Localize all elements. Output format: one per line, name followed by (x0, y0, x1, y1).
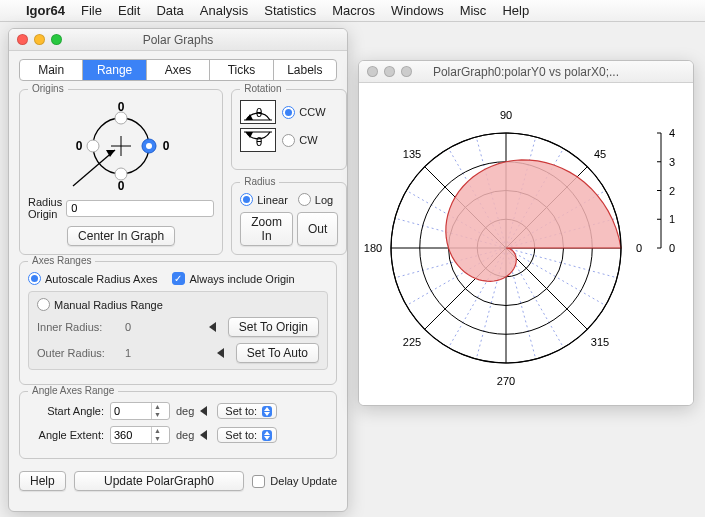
set-to-origin-button[interactable]: Set To Origin (228, 317, 319, 337)
radius-linear-radio[interactable]: Linear (240, 193, 288, 206)
svg-text:2: 2 (669, 185, 675, 197)
svg-text:0: 0 (118, 179, 125, 192)
help-button[interactable]: Help (19, 471, 66, 491)
origins-group: Origins 0 0 0 0 (19, 89, 223, 255)
svg-text:180: 180 (364, 242, 382, 254)
menu-help[interactable]: Help (502, 3, 529, 18)
svg-text:θ: θ (256, 106, 263, 120)
radius-group: Radius Linear Log Zoom In Out (231, 182, 347, 255)
panel-titlebar[interactable]: Polar Graphs (9, 29, 347, 51)
angle-extent-label: Angle Extent: (28, 429, 104, 441)
angle-axes-range-label: Angle Axes Range (28, 385, 118, 396)
minimize-icon[interactable] (384, 66, 395, 77)
cw-icon: θ (240, 128, 276, 152)
delay-update-check[interactable]: Delay Update (252, 475, 337, 488)
angle-extent-unit-popup-icon[interactable] (200, 430, 207, 440)
svg-text:4: 4 (669, 127, 675, 139)
autoscale-radio[interactable]: Autoscale Radius Axes (28, 272, 158, 285)
svg-text:225: 225 (403, 336, 421, 348)
menu-statistics[interactable]: Statistics (264, 3, 316, 18)
rotation-ccw-radio[interactable]: CCW (282, 106, 325, 119)
menu-windows[interactable]: Windows (391, 3, 444, 18)
menubar: Igor64 File Edit Data Analysis Statistic… (0, 0, 705, 22)
ccw-icon: θ (240, 100, 276, 124)
axes-ranges-label: Axes Ranges (28, 255, 95, 266)
zoom-icon[interactable] (401, 66, 412, 77)
tab-range[interactable]: Range (83, 60, 146, 80)
zoom-out-button[interactable]: Out (297, 212, 338, 246)
polar-plot[interactable]: 0459013518022527031501234 (361, 93, 687, 403)
svg-text:0: 0 (669, 242, 675, 254)
svg-text:3: 3 (669, 156, 675, 168)
stepper-up-icon[interactable]: ▲ (152, 427, 163, 435)
set-to-auto-button[interactable]: Set To Auto (236, 343, 319, 363)
start-angle-unit-popup-icon[interactable] (200, 406, 207, 416)
svg-point-9 (146, 143, 152, 149)
panel-tabs: Main Range Axes Ticks Labels (19, 59, 337, 81)
radius-log-radio[interactable]: Log (298, 193, 333, 206)
center-in-graph-button[interactable]: Center In Graph (67, 226, 175, 246)
stepper-down-icon[interactable]: ▼ (152, 411, 163, 419)
svg-line-47 (506, 248, 587, 329)
svg-text:270: 270 (497, 375, 515, 387)
angle-extent-unit: deg (176, 429, 194, 441)
stepper-up-icon[interactable]: ▲ (152, 403, 163, 411)
svg-text:315: 315 (591, 336, 609, 348)
stepper-down-icon[interactable]: ▼ (152, 435, 163, 443)
menu-file[interactable]: File (81, 3, 102, 18)
outer-radius-popup-icon[interactable] (217, 348, 224, 358)
svg-text:θ: θ (256, 135, 263, 149)
rotation-cw-radio[interactable]: CW (282, 134, 317, 147)
svg-text:0: 0 (76, 139, 83, 153)
angle-axes-range-group: Angle Axes Range Start Angle: ▲▼ deg Set… (19, 391, 337, 459)
menu-edit[interactable]: Edit (118, 3, 140, 18)
tab-axes[interactable]: Axes (147, 60, 210, 80)
svg-text:0: 0 (163, 139, 170, 153)
close-icon[interactable] (367, 66, 378, 77)
inner-radius-popup-icon[interactable] (209, 322, 216, 332)
tab-labels[interactable]: Labels (274, 60, 336, 80)
angle-extent-input[interactable]: ▲▼ (110, 426, 170, 444)
start-angle-unit: deg (176, 405, 194, 417)
start-angle-setto-popup[interactable]: Set to: (217, 403, 277, 419)
always-include-origin-check[interactable]: ✓Always include Origin (172, 272, 295, 285)
rotation-group: Rotation θ CCW θ CW (231, 89, 347, 170)
zoom-icon[interactable] (51, 34, 62, 45)
svg-text:0: 0 (118, 100, 125, 114)
start-angle-input[interactable]: ▲▼ (110, 402, 170, 420)
tab-main[interactable]: Main (20, 60, 83, 80)
inner-radius-value: 0 (125, 321, 145, 333)
origins-diagram[interactable]: 0 0 0 0 (51, 100, 191, 192)
menu-macros[interactable]: Macros (332, 3, 375, 18)
menu-misc[interactable]: Misc (460, 3, 487, 18)
svg-text:90: 90 (500, 109, 512, 121)
graph-titlebar[interactable]: PolarGraph0:polarY0 vs polarX0;... (359, 61, 693, 83)
manual-radius-subgroup: Manual Radius Range Inner Radius: 0 Set … (28, 291, 328, 370)
svg-text:45: 45 (594, 148, 606, 160)
rotation-label: Rotation (240, 83, 285, 94)
svg-text:0: 0 (636, 242, 642, 254)
polar-graph-window: PolarGraph0:polarY0 vs polarX0;... 04590… (358, 60, 694, 406)
start-angle-label: Start Angle: (28, 405, 104, 417)
axes-ranges-group: Axes Ranges Autoscale Radius Axes ✓Alway… (19, 261, 337, 385)
inner-radius-label: Inner Radius: (37, 321, 117, 333)
menu-data[interactable]: Data (156, 3, 183, 18)
zoom-in-button[interactable]: Zoom In (240, 212, 293, 246)
tab-ticks[interactable]: Ticks (210, 60, 273, 80)
svg-point-7 (87, 140, 99, 152)
origins-label: Origins (28, 83, 68, 94)
radius-origin-label: Radius Origin (28, 196, 62, 220)
minimize-icon[interactable] (34, 34, 45, 45)
radius-origin-input[interactable] (66, 200, 214, 217)
angle-extent-setto-popup[interactable]: Set to: (217, 427, 277, 443)
update-graph-button[interactable]: Update PolarGraph0 (74, 471, 245, 491)
manual-radius-radio[interactable]: Manual Radius Range (37, 298, 319, 311)
polar-graphs-panel: Polar Graphs Main Range Axes Ticks Label… (8, 28, 348, 512)
svg-text:1: 1 (669, 213, 675, 225)
radius-label: Radius (240, 176, 279, 187)
close-icon[interactable] (17, 34, 28, 45)
menu-analysis[interactable]: Analysis (200, 3, 248, 18)
svg-text:135: 135 (403, 148, 421, 160)
menu-app[interactable]: Igor64 (26, 3, 65, 18)
outer-radius-label: Outer Radius: (37, 347, 117, 359)
